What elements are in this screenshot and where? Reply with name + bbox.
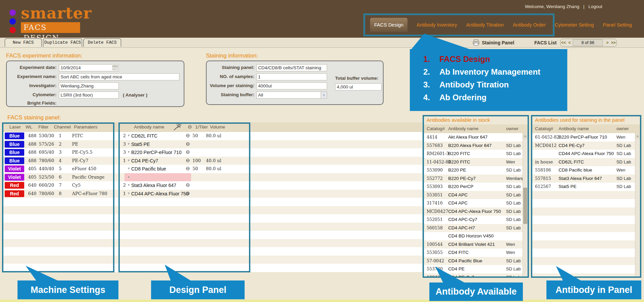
list-item[interactable]: 560158CD4 APC-H7SD Lab: [424, 224, 528, 232]
tab-antibody-order[interactable]: Antibody Order: [513, 22, 546, 28]
staining-panel-link[interactable]: Staining Panel: [482, 40, 514, 45]
remove-antibody-icon[interactable]: ⊖: [186, 149, 190, 155]
scroll-up-icon[interactable]: ▲: [523, 134, 528, 139]
chevron-down-icon[interactable]: ▼: [127, 167, 130, 170]
tab-antibody-titration[interactable]: Antibody Titration: [466, 22, 504, 28]
experiment-name-input[interactable]: [59, 73, 179, 80]
experiment-date-label: Experiment date:: [7, 65, 57, 70]
calendar-icon[interactable]: [112, 65, 118, 70]
remove-antibody-icon[interactable]: ⊖: [186, 165, 190, 172]
cytometer-input[interactable]: [59, 91, 119, 99]
tab-panel-setting[interactable]: Panel Setting: [603, 22, 632, 28]
scroll-up-icon[interactable]: ▲: [635, 134, 640, 139]
staining-panel-label: Staining panel:: [207, 65, 254, 70]
design-panel-annotation: Design Panel: [151, 280, 245, 299]
magic-wand-icon[interactable]: [173, 123, 182, 131]
remove-antibody-icon[interactable]: ⊖: [186, 141, 190, 147]
antibody-name-cell: Stat5 PE: [559, 184, 576, 189]
list-item[interactable]: 557815Stat3 Alexa Fluor 647SD Lab: [532, 175, 640, 183]
list-item[interactable]: 553051CD4 APCSD Lab: [424, 191, 528, 199]
list-item[interactable]: 557683B220 Alexa Fluor 647SD Lab: [424, 142, 528, 150]
design-row[interactable]: 1▼CD44 APC-Alexa Fluor 750⊖: [118, 190, 250, 198]
owner-cell: SD Lab: [616, 159, 631, 164]
design-row[interactable]: 1▼CD4 PE-Cy7⊖10040.0 ul: [118, 157, 250, 165]
list-item[interactable]: 552051CD4 APC-Cy7SD Lab: [424, 216, 528, 224]
staining-buffer-value[interactable]: [256, 91, 327, 99]
chevron-down-icon[interactable]: ▼: [127, 176, 130, 179]
list-item[interactable]: 317416CD4 APCSD Lab: [424, 199, 528, 207]
list-item[interactable]: MCD0412CD4 PE-Cy7SD Lab: [532, 142, 640, 150]
chevron-down-icon[interactable]: ∨: [321, 92, 327, 98]
remove-antibody-icon[interactable]: ⊖: [186, 182, 190, 188]
total-buffer-input[interactable]: [335, 83, 382, 90]
machine-settings-annotation: Machine Settings: [17, 280, 118, 299]
list-item[interactable]: 552772B220 PE-Cy7Wenliang: [424, 175, 528, 183]
chevron-down-icon[interactable]: ▼: [127, 134, 130, 137]
volume-per-staining-label: Volume per staining:: [207, 83, 254, 88]
design-row[interactable]: 2▼Stat3 Alexa Fluor 647⊖: [118, 181, 250, 190]
pager-next-button[interactable]: >: [604, 40, 610, 45]
list-item[interactable]: in houseCD62L FITCSD Lab: [532, 158, 640, 166]
staining-buffer-select[interactable]: ∨: [256, 91, 327, 99]
list-item[interactable]: 553090B220 PESD Lab: [424, 166, 528, 175]
delete-facs-button[interactable]: Delete FACS: [83, 38, 121, 47]
list-item[interactable]: 553055CD4 FITCWen: [424, 249, 528, 257]
investigator-input[interactable]: [59, 82, 119, 89]
list-item[interactable]: 4414Akt Alexa Fluor 647: [424, 133, 528, 142]
pager-prev-button[interactable]: <: [567, 40, 573, 45]
stock-scroll-thumb[interactable]: [523, 188, 527, 224]
antibody-name-cell: CD62L FITC: [559, 159, 584, 164]
owner-cell: SD Lab: [506, 275, 521, 277]
list-item[interactable]: 61-0452-82B220 PerCP-eFluor 710Wen: [532, 133, 640, 142]
list-item[interactable]: 553093B220 PerCPSD Lab: [424, 183, 528, 191]
callout-item-text: Ab Inventory Management: [439, 67, 540, 77]
design-row[interactable]: 3▼B220 PerCP-eFluor 710⊖: [118, 148, 250, 157]
antibody-name-cell: CD4 APC: [448, 192, 468, 197]
design-row[interactable]: 3▼Stat5 PE⊖: [118, 140, 250, 149]
list-item: [532, 199, 640, 207]
list-item[interactable]: 11-0452-82B220 FITCWen: [424, 158, 528, 166]
list-item[interactable]: 57-0042CD4 Pacific BlueSD Lab: [424, 257, 528, 265]
used-scrollbar[interactable]: ▲: [635, 133, 640, 276]
list-item[interactable]: 558106CD8 Pacific blueWen: [532, 166, 640, 175]
logout-link[interactable]: Logout: [588, 4, 602, 9]
design-row[interactable]: ▼: [118, 173, 250, 182]
list-item[interactable]: 100544CD4 Brilliant Violet 421Wen: [424, 240, 528, 249]
chevron-down-icon[interactable]: ▼: [127, 192, 130, 195]
stock-panel-title: Antibodies available in stock: [427, 117, 490, 123]
experiment-date-input[interactable]: [59, 64, 119, 71]
tab-facs-design[interactable]: FACS Design: [370, 18, 407, 32]
stock-header-catalog: Catalog#: [427, 126, 445, 131]
owner-cell: SD Lab: [506, 184, 521, 189]
tab-cytometer-setting[interactable]: Cytometer Setting: [555, 22, 594, 28]
pager-first-button[interactable]: <<: [561, 40, 567, 45]
catalog-cell: 560158: [427, 225, 443, 230]
callout-item-number: 4.: [423, 93, 430, 102]
duplicate-facs-button[interactable]: Duplicate FACS: [43, 38, 82, 47]
volume-per-staining-input[interactable]: [256, 82, 327, 89]
list-item[interactable]: MCD0427CD4 APC-Alexa Fluor 750SD Lab: [424, 207, 528, 216]
antibody-name-cell: CD4 PE-Cy7: [559, 143, 584, 148]
chevron-down-icon[interactable]: ▼: [127, 142, 130, 146]
staining-panel-input[interactable]: [256, 64, 327, 71]
antibody-name-cell: CD4 APC: [448, 200, 468, 205]
remove-antibody-icon[interactable]: ⊖: [186, 190, 190, 196]
design-row[interactable]: ▼CD8 Pacific blue⊖5080.0 ul: [118, 165, 250, 173]
chevron-down-icon[interactable]: ▼: [127, 150, 130, 154]
pager-last-button[interactable]: >>: [610, 40, 616, 45]
titer-cell: 100: [192, 158, 201, 163]
list-item[interactable]: 612567Stat5 PESD Lab: [532, 183, 640, 191]
new-facs-button[interactable]: New FACS: [5, 38, 42, 47]
list-item[interactable]: RM2601-3B220 FITCSD Lab: [424, 150, 528, 158]
printer-icon[interactable]: [472, 39, 480, 46]
stock-scrollbar[interactable]: ▲: [523, 133, 528, 276]
tab-antibody-inventory[interactable]: Antibody Inventory: [417, 22, 457, 28]
chevron-down-icon[interactable]: ▼: [127, 183, 130, 187]
list-item[interactable]: CD44 APC-Alexa Fluor 750SD Lab: [532, 150, 640, 158]
list-item[interactable]: CD4 BD Horizon V450: [424, 232, 528, 240]
chevron-down-icon[interactable]: ▼: [127, 159, 130, 162]
design-row[interactable]: 2▼CD62L FITC⊖5080.0 ul: [118, 132, 250, 140]
remove-antibody-icon[interactable]: ⊖: [186, 133, 190, 139]
samples-input[interactable]: [256, 73, 327, 80]
remove-antibody-icon[interactable]: ⊖: [186, 157, 190, 163]
